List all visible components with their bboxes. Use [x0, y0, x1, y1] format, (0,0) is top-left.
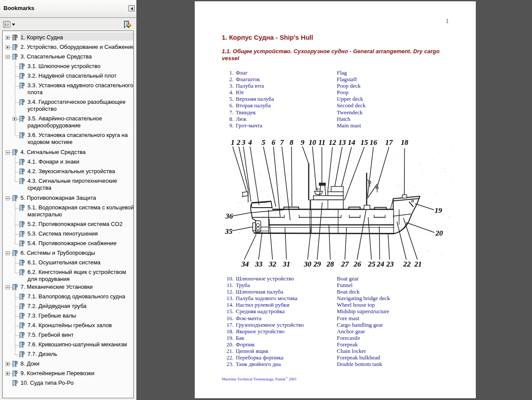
- svg-text:33: 33: [254, 260, 263, 268]
- svg-text:20: 20: [435, 229, 444, 237]
- svg-text:22: 22: [403, 260, 411, 268]
- svg-text:11: 11: [319, 138, 325, 147]
- svg-text:18: 18: [401, 138, 409, 147]
- svg-text:26: 26: [353, 260, 362, 268]
- svg-text:35: 35: [225, 227, 233, 236]
- svg-text:36: 36: [225, 212, 234, 220]
- svg-text:31: 31: [282, 260, 290, 268]
- svg-text:4: 4: [248, 138, 252, 147]
- svg-text:10: 10: [309, 138, 317, 147]
- svg-text:30: 30: [304, 260, 312, 268]
- svg-text:5: 5: [261, 138, 265, 147]
- svg-text:24: 24: [376, 260, 384, 268]
- svg-text:21: 21: [414, 260, 422, 268]
- svg-text:2: 2: [236, 138, 241, 147]
- svg-text:17: 17: [385, 138, 393, 147]
- svg-text:19: 19: [435, 206, 443, 215]
- svg-text:29: 29: [313, 260, 321, 268]
- svg-text:32: 32: [268, 260, 277, 268]
- svg-text:8: 8: [290, 138, 294, 147]
- svg-text:14: 14: [348, 138, 355, 147]
- svg-text:34: 34: [241, 260, 249, 268]
- svg-text:16: 16: [370, 138, 378, 147]
- svg-text:27: 27: [341, 260, 349, 268]
- svg-text:1: 1: [231, 138, 235, 147]
- svg-text:28: 28: [326, 260, 335, 268]
- svg-text:25: 25: [368, 260, 376, 268]
- svg-text:12: 12: [329, 138, 337, 147]
- svg-text:15: 15: [361, 138, 369, 147]
- svg-text:6: 6: [271, 138, 275, 147]
- svg-text:3: 3: [241, 138, 246, 147]
- svg-text:13: 13: [339, 138, 346, 147]
- svg-text:9: 9: [301, 138, 305, 147]
- svg-text:23: 23: [386, 260, 394, 268]
- svg-text:7: 7: [280, 138, 285, 147]
